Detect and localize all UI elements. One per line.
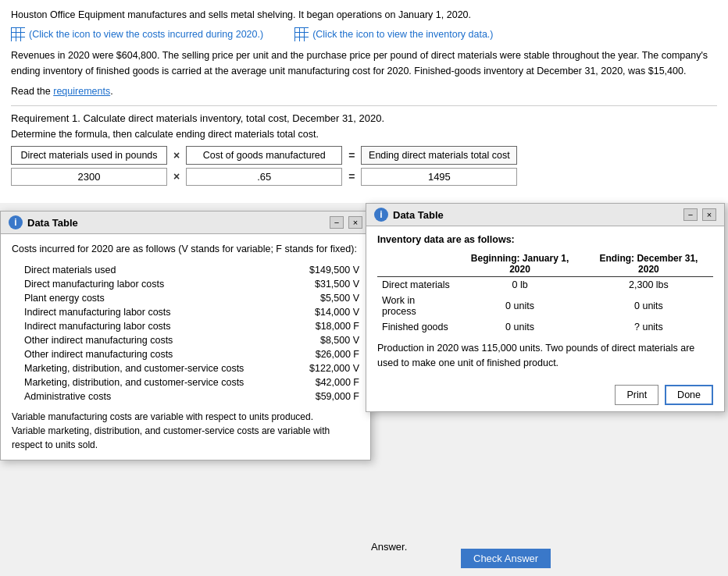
modal-inv-controls: − × (683, 208, 716, 221)
item-value-1: $31,500 V (315, 279, 359, 290)
footnote-line2: Variable marketing, distribution, and cu… (12, 424, 359, 438)
close-button-left[interactable]: × (348, 216, 362, 229)
row2-label: Finished goods (377, 319, 455, 335)
col3-header: Ending direct materials total cost (361, 146, 517, 165)
list-item: Direct manufacturing labor costs $31,500… (12, 277, 359, 291)
inventory-table: Beginning: January 1, 2020 Ending: Decem… (377, 251, 713, 335)
table-row: Direct materials 0 lb 2,300 lbs (377, 277, 713, 293)
modal-inv-footer: Print Done (366, 379, 724, 411)
revenue-text: Revenues in 2020 were $604,800. The sell… (11, 48, 717, 79)
row2-begin: 0 units (455, 319, 584, 335)
item-label-2: Plant energy costs (12, 293, 105, 304)
val3-cell[interactable]: 1495 (361, 168, 517, 186)
print-button[interactable]: Print (615, 385, 658, 405)
modal-costs-header: i Data Table − × (1, 212, 370, 234)
modal-inv-header: i Data Table − × (366, 204, 724, 226)
modal-costs-header-left: i Data Table (9, 215, 78, 229)
done-button[interactable]: Done (665, 385, 713, 405)
multiply-op-2: × (173, 170, 180, 183)
col-header-begin: Beginning: January 1, 2020 (455, 251, 584, 277)
item-value-2: $5,500 V (320, 293, 359, 304)
item-label-0: Direct materials used (12, 265, 116, 276)
check-answer-button[interactable]: Check Answer (461, 549, 551, 568)
col2-header: Cost of goods manufactured (186, 146, 342, 165)
equals-op-2: = (348, 170, 355, 183)
item-label-9: Administrative costs (12, 391, 111, 402)
read-req-line: Read the requirements. (11, 84, 717, 99)
item-label-8: Marketing, distribution, and customer-se… (12, 377, 244, 388)
modal-inventory[interactable]: i Data Table − × Inventory data are as f… (366, 203, 725, 412)
costs-intro-text: Costs incurred for 2020 are as follows (… (12, 242, 359, 257)
list-item: Direct materials used $149,500 V (12, 263, 359, 277)
item-value-3: $14,000 V (315, 307, 359, 318)
equals-op: = (348, 149, 355, 162)
list-item: Marketing, distribution, and customer-se… (12, 361, 359, 375)
footnote-line3: respect to units sold. (12, 438, 359, 452)
item-label-7: Marketing, distribution, and customer-se… (12, 363, 244, 374)
modal-inv-header-left: i Data Table (374, 208, 444, 222)
grid-icon-1 (11, 27, 25, 41)
production-note: Production in 2020 was 115,000 units. Tw… (377, 341, 713, 371)
row0-end: 2,300 lbs (584, 277, 713, 293)
row0-begin: 0 lb (455, 277, 584, 293)
modal-inv-title: Data Table (393, 209, 444, 221)
inv-intro-text: Inventory data are as follows: (377, 234, 713, 245)
requirements-link[interactable]: requirements (53, 86, 110, 97)
formula-label: Determine the formula, then calculate en… (11, 129, 717, 140)
item-label-6: Other indirect manufacturing costs (12, 349, 173, 360)
costs-icon-link[interactable]: (Click the icon to view the costs incurr… (11, 27, 263, 41)
answer-section: Answer. (371, 541, 407, 553)
info-icon-right: i (374, 208, 388, 222)
row1-label: Work in process (377, 293, 455, 319)
close-button-right[interactable]: × (702, 208, 716, 221)
multiply-op: × (173, 149, 180, 162)
item-label-5: Other indirect manufacturing costs (12, 335, 173, 346)
costs-link-text: (Click the icon to view the costs incurr… (29, 29, 263, 40)
item-label-1: Direct manufacturing labor costs (12, 279, 164, 290)
footnote-line1: Variable manufacturing costs are variabl… (12, 410, 359, 424)
modal-costs-title: Data Table (27, 217, 78, 229)
costs-items-list: Direct materials used $149,500 V Direct … (12, 263, 359, 404)
row1-end: 0 units (584, 293, 713, 319)
inventory-icon-link[interactable]: (Click the icon to view the inventory da… (294, 27, 493, 41)
formula-value-row: 2300 × .65 = 1495 (11, 168, 717, 186)
footnote: Variable manufacturing costs are variabl… (12, 410, 359, 452)
grid-icon-2 (294, 27, 309, 41)
item-value-7: $122,000 V (309, 363, 359, 374)
minimize-button-right[interactable]: − (683, 208, 698, 221)
requirement1-title: Requirement 1. Calculate direct material… (11, 112, 717, 124)
item-value-0: $149,500 V (309, 265, 359, 276)
modal-costs[interactable]: i Data Table − × Costs incurred for 2020… (0, 211, 371, 460)
col-header-end: Ending: December 31, 2020 (584, 251, 713, 277)
list-item: Other indirect manufacturing costs $26,0… (12, 347, 359, 361)
modal-costs-body: Costs incurred for 2020 are as follows (… (1, 234, 370, 460)
list-item: Administrative costs $59,000 F (12, 389, 359, 404)
modal-inv-body: Inventory data are as follows: Beginning… (366, 226, 724, 379)
list-item: Marketing, distribution, and customer-se… (12, 375, 359, 389)
val1-cell[interactable]: 2300 (11, 168, 167, 186)
formula-header-row: Direct materials used in pounds × Cost o… (11, 146, 717, 165)
icon-link-row: (Click the icon to view the costs incurr… (11, 27, 717, 41)
list-item: Plant energy costs $5,500 V (12, 291, 359, 305)
list-item: Indirect manufacturing labor costs $14,0… (12, 305, 359, 319)
row0-label: Direct materials (377, 277, 455, 293)
req-title-rest: Calculate direct materials inventory, to… (80, 112, 384, 124)
intro-line1: Houston Office Equipment manufactures an… (11, 8, 717, 23)
table-row: Work in process 0 units 0 units (377, 293, 713, 319)
minimize-button-left[interactable]: − (330, 216, 344, 229)
item-value-4: $18,000 F (316, 321, 359, 332)
col-header-item (377, 251, 455, 277)
row2-end: ? units (584, 319, 713, 335)
answer-text: Answer. (371, 541, 407, 553)
list-item: Indirect manufacturing labor costs $18,0… (12, 319, 359, 333)
item-label-4: Indirect manufacturing labor costs (12, 321, 171, 332)
modal-costs-controls: − × (330, 216, 362, 229)
main-content: Houston Office Equipment manufactures an… (0, 0, 728, 203)
item-label-3: Indirect manufacturing labor costs (12, 307, 171, 318)
divider-1 (11, 105, 717, 106)
item-value-8: $42,000 F (316, 377, 359, 388)
val2-cell[interactable]: .65 (186, 168, 342, 186)
col1-header: Direct materials used in pounds (11, 146, 167, 165)
row1-begin: 0 units (455, 293, 584, 319)
item-value-5: $8,500 V (320, 335, 359, 346)
